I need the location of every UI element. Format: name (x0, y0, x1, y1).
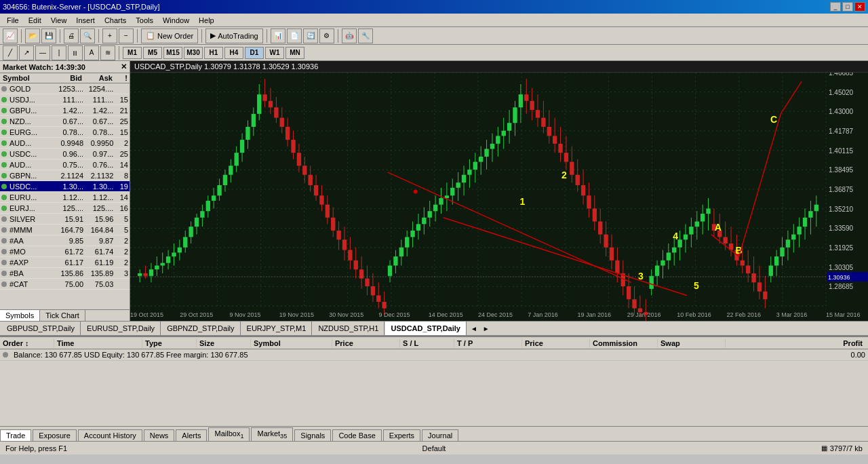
chart-tab-nzdusd[interactable]: NZDUSD_STP,H1 (313, 321, 384, 336)
market-watch-row[interactable]: AUD... 0.9948 0.9950 2 (0, 138, 130, 149)
market-watch-columns: Symbol Bid Ask ! (0, 73, 130, 83)
chart-tab-scroll-left[interactable]: ◄ (468, 324, 480, 334)
symbol-dot (1, 238, 7, 244)
menu-view[interactable]: View (47, 15, 71, 26)
bottom-tab-journal[interactable]: Journal (422, 429, 458, 441)
balance-row: Balance: 130 677.85 USD Equity: 130 677.… (0, 349, 868, 361)
menu-tools[interactable]: Tools (132, 15, 157, 26)
draw-text-button[interactable]: A (84, 45, 99, 60)
tf-h4[interactable]: H4 (224, 47, 243, 59)
market-watch-row[interactable]: USDC... 1.30... 1.30... 19 (0, 181, 130, 192)
toolbar-separator-6 (267, 29, 267, 43)
market-watch-row[interactable]: GBPN... 2.1124 2.1132 8 (0, 170, 130, 181)
draw-hline-button[interactable]: — (35, 45, 50, 60)
bottom-tab-exposure[interactable]: Exposure (33, 429, 76, 441)
indicators-button[interactable]: 📊 (271, 28, 285, 43)
chart-tab-scroll-right[interactable]: ► (480, 324, 492, 334)
maximize-button[interactable]: □ (842, 2, 853, 12)
tf-h1[interactable]: H1 (204, 47, 223, 59)
bottom-tab-account-history[interactable]: Account History (78, 429, 142, 441)
market-watch-row[interactable]: GBPU... 1.42... 1.42... 21 (0, 105, 130, 116)
market-watch-row[interactable]: AUD... 0.75... 0.76... 14 (0, 159, 130, 170)
mw-tab-symbols[interactable]: Symbols (0, 310, 40, 321)
symbol-spread: 15 (115, 96, 130, 104)
market-watch-row[interactable]: USDC... 0.96... 0.97... 25 (0, 149, 130, 159)
market-watch-row[interactable]: GOLD 1253.... 1254.... (0, 83, 130, 94)
chart-tabs-nav: GBPUSD_STP,Daily EURUSD_STP,Daily GBPNZD… (0, 321, 468, 336)
toolbar-separator-3 (98, 29, 99, 43)
chart-tab-eurusd[interactable]: EURUSD_STP,Daily (81, 321, 161, 336)
market-watch-row[interactable]: EURG... 0.78... 0.78... 15 (0, 127, 130, 138)
open-button[interactable]: 📂 (25, 28, 40, 43)
market-watch-row[interactable]: #AA 9.85 9.87 2 (0, 235, 130, 246)
new-chart-button[interactable]: 📈 (3, 28, 18, 43)
menu-file[interactable]: File (3, 15, 23, 26)
market-watch-row[interactable]: SILVER 15.91 15.96 5 (0, 214, 130, 225)
bottom-tab-signals[interactable]: Signals (294, 429, 331, 441)
market-watch-row[interactable]: EURU... 1.12... 1.12... 14 (0, 192, 130, 203)
draw-vline-button[interactable]: | (52, 45, 66, 60)
symbol-bid: 164.79 (48, 226, 85, 234)
menu-edit[interactable]: Edit (24, 15, 45, 26)
chart-tab-gbpusd[interactable]: GBPUSD_STP,Daily (1, 321, 81, 336)
minimize-button[interactable]: _ (830, 2, 841, 12)
autotrading-button[interactable]: ▶ AutoTrading (205, 28, 263, 43)
chart-tab-eurjpy[interactable]: EURJPY_STP,M1 (241, 321, 313, 336)
close-button[interactable]: ✕ (854, 2, 865, 12)
bottom-tab-alerts[interactable]: Alerts (176, 429, 207, 441)
tf-mn[interactable]: MN (285, 47, 304, 59)
menu-window[interactable]: Window (159, 15, 193, 26)
draw-line-button[interactable]: ╱ (3, 45, 18, 60)
menu-charts[interactable]: Charts (100, 15, 130, 26)
symbol-name: AUD... (8, 139, 48, 147)
print-button[interactable]: 🖨 (64, 28, 79, 43)
symbol-dot (1, 119, 7, 124)
tf-m1[interactable]: M1 (123, 47, 142, 59)
menu-insert[interactable]: Insert (72, 15, 99, 26)
bottom-tab-experts[interactable]: Experts (383, 429, 420, 441)
market-watch-row[interactable]: EURJ... 125.... 125.... 16 (0, 203, 130, 214)
col-swap: Swap (658, 339, 726, 348)
market-watch-row[interactable]: #MMM 164.79 164.84 5 (0, 225, 130, 235)
zoom-in-button[interactable]: + (102, 28, 117, 43)
bottom-tab-codebase[interactable]: Code Base (332, 429, 381, 441)
expert-button[interactable]: 🤖 (342, 28, 357, 43)
zoom-out-button[interactable]: − (119, 28, 134, 43)
symbol-dot (1, 173, 7, 178)
print-preview-button[interactable]: 🔍 (80, 28, 95, 43)
market-watch-close[interactable]: ✕ (121, 62, 127, 71)
tf-d1[interactable]: D1 (245, 47, 264, 59)
templates-button[interactable]: 📄 (287, 28, 302, 43)
market-watch-row[interactable]: #CAT 75.00 75.03 (0, 279, 130, 290)
draw-arrow-button[interactable]: ↗ (19, 45, 34, 60)
symbol-name: GOLD (8, 85, 48, 93)
tf-w1[interactable]: W1 (265, 47, 284, 59)
market-watch-row[interactable]: NZD... 0.67... 0.67... 25 (0, 116, 130, 127)
tf-m30[interactable]: M30 (184, 47, 203, 59)
bottom-tab-trade[interactable]: Trade (0, 429, 31, 441)
tf-m5[interactable]: M5 (143, 47, 162, 59)
toolbar-separator-1 (21, 29, 22, 43)
market-watch-row[interactable]: #BA 135.86 135.89 3 (0, 268, 130, 279)
chart-tab-gbpnzd[interactable]: GBPNZD_STP,Daily (161, 321, 240, 336)
bottom-tab-market[interactable]: Market35 (251, 427, 293, 441)
refresh-button[interactable]: 🔄 (303, 28, 318, 43)
col-sl: S / L (400, 339, 454, 348)
market-watch-row[interactable]: USDJ... 111.... 111.... 15 (0, 94, 130, 105)
bottom-tab-news[interactable]: News (144, 429, 175, 441)
bottom-tab-mailbox[interactable]: Mailbox1 (208, 427, 250, 441)
settings-button[interactable]: ⚙ (319, 28, 334, 43)
market-watch-row[interactable]: #AXP 61.17 61.19 2 (0, 257, 130, 268)
trade-empty-area (0, 361, 868, 426)
chart-canvas-container[interactable] (130, 73, 868, 321)
chart-tab-usdcad[interactable]: USDCAD_STP,Daily (385, 321, 467, 336)
market-watch-row[interactable]: #MO 61.72 61.74 2 (0, 246, 130, 257)
draw-wave-button[interactable]: ≋ (100, 45, 115, 60)
new-order-button[interactable]: 📋 New Order (141, 28, 198, 43)
draw-channel-button[interactable]: ⫼ (68, 45, 83, 60)
expert-settings-button[interactable]: 🔧 (358, 28, 373, 43)
mw-tab-tickchart[interactable]: Tick Chart (40, 310, 85, 321)
save-button[interactable]: 💾 (41, 28, 56, 43)
menu-help[interactable]: Help (195, 15, 218, 26)
tf-m15[interactable]: M15 (163, 47, 182, 59)
